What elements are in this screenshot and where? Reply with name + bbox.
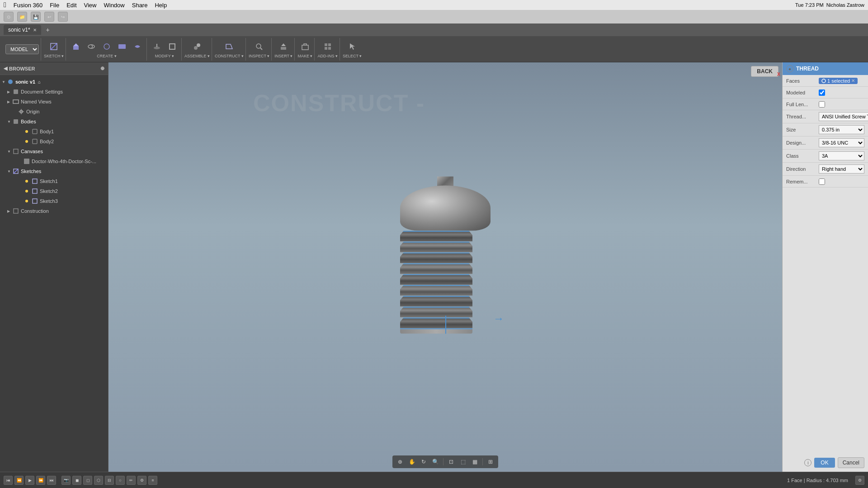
size-select[interactable]: 0.375 in bbox=[819, 125, 864, 134]
play-start-btn[interactable]: ⏮ bbox=[4, 476, 13, 485]
vp-pan-btn[interactable]: ✋ bbox=[407, 457, 417, 467]
ok-button[interactable]: OK bbox=[814, 458, 835, 468]
make-label[interactable]: MAKE ▾ bbox=[297, 54, 312, 58]
create-extrude-btn[interactable] bbox=[69, 40, 83, 53]
tree-item-canvas[interactable]: Doctor-Who-4th-Doctor-Sc-... bbox=[0, 156, 108, 166]
tools-btn[interactable]: ⊟ bbox=[105, 476, 114, 485]
vp-fit-btn[interactable]: ⊡ bbox=[446, 457, 456, 467]
camera-btn[interactable]: 📷 bbox=[61, 476, 71, 485]
menu-fusion360[interactable]: Fusion 360 bbox=[14, 2, 42, 9]
bodies-expand[interactable]: ▼ bbox=[7, 120, 12, 124]
menu-share[interactable]: Share bbox=[132, 2, 148, 9]
play-btn[interactable]: ▶ bbox=[25, 476, 34, 485]
sketch-label[interactable]: SKETCH ▾ bbox=[44, 54, 64, 58]
doc-settings-expand[interactable]: ▶ bbox=[7, 90, 12, 94]
tab-add-btn[interactable]: + bbox=[43, 25, 53, 35]
vp-display-btn[interactable]: ▦ bbox=[470, 457, 480, 467]
browser-search-icon[interactable]: ⊕ bbox=[100, 66, 104, 71]
create-label[interactable]: CREATE ▾ bbox=[97, 54, 116, 58]
construction-expand[interactable]: ▶ bbox=[7, 209, 12, 213]
faces-clear-icon[interactable]: ✕ bbox=[851, 78, 855, 83]
tree-item-origin[interactable]: Origin bbox=[0, 107, 108, 117]
modify-press-btn[interactable] bbox=[150, 40, 164, 53]
canvases-expand[interactable]: ▼ bbox=[7, 150, 12, 154]
assemble-btn[interactable] bbox=[190, 40, 204, 53]
modify-shell-btn[interactable] bbox=[165, 40, 179, 53]
viewport[interactable]: CONSTRUCT - BACK X bbox=[108, 62, 782, 472]
remember-checkbox[interactable] bbox=[819, 178, 825, 185]
menu-file[interactable]: File bbox=[50, 2, 59, 9]
assemble-label[interactable]: ASSEMBLE ▾ bbox=[184, 54, 210, 58]
class-select[interactable]: 3A bbox=[819, 151, 864, 160]
tab-close-icon[interactable]: ✕ bbox=[33, 28, 37, 33]
thread-info-icon[interactable]: i bbox=[804, 459, 811, 466]
tree-item-sketch1[interactable]: Sketch1 bbox=[0, 176, 108, 186]
select-btn[interactable] bbox=[345, 40, 359, 53]
menu-edit[interactable]: Edit bbox=[66, 2, 76, 9]
create-pipe-btn[interactable] bbox=[130, 40, 145, 53]
tree-item-bodies[interactable]: ▼ Bodies bbox=[0, 117, 108, 127]
tree-item-body1[interactable]: Body1 bbox=[0, 127, 108, 136]
tree-item-doc-settings[interactable]: ▶ Document Settings bbox=[0, 87, 108, 97]
select-label[interactable]: SELECT ▾ bbox=[343, 54, 362, 58]
modeled-checkbox[interactable] bbox=[819, 89, 825, 96]
settings-btn[interactable]: ⚙ bbox=[137, 476, 146, 485]
toolbar-undo-btn[interactable]: ↩ bbox=[44, 12, 54, 22]
construct-plane-btn[interactable] bbox=[222, 40, 236, 53]
addins-btn[interactable] bbox=[321, 40, 335, 53]
addins-label[interactable]: ADD-INS ▾ bbox=[317, 54, 338, 58]
inspect-label[interactable]: INSPECT ▾ bbox=[249, 54, 269, 58]
sketches-expand[interactable]: ▼ bbox=[7, 169, 12, 174]
more-btn[interactable]: ≡ bbox=[148, 476, 157, 485]
construct-label[interactable]: CONSTRUCT ▾ bbox=[215, 54, 244, 58]
toolbar-redo-btn[interactable]: ↪ bbox=[58, 12, 68, 22]
vp-cursor-btn[interactable]: ⊕ bbox=[395, 457, 405, 467]
render-btn[interactable]: ◼ bbox=[72, 476, 81, 485]
vp-grid-btn[interactable]: ⊞ bbox=[486, 457, 495, 467]
insert-label[interactable]: INSERT ▾ bbox=[274, 54, 292, 58]
thread-type-select[interactable]: ANSI Unified Screw Threads bbox=[819, 112, 868, 121]
tree-item-sketch2[interactable]: Sketch2 bbox=[0, 186, 108, 196]
insert-btn[interactable] bbox=[276, 40, 291, 53]
tree-item-body2[interactable]: Body2 bbox=[0, 136, 108, 146]
eraser-btn[interactable]: ✏ bbox=[127, 476, 136, 485]
tree-root[interactable]: ▼ sonic v1 ⌂ bbox=[0, 77, 108, 87]
vp-orbit-btn[interactable]: ↻ bbox=[419, 457, 429, 467]
script-btn[interactable]: ○ bbox=[116, 476, 125, 485]
scene-btn[interactable]: ◻ bbox=[83, 476, 92, 485]
menu-view[interactable]: View bbox=[84, 2, 97, 9]
inspect-btn[interactable] bbox=[252, 40, 266, 53]
sketch-btn[interactable] bbox=[47, 40, 61, 53]
vp-zoom-btn[interactable]: 🔍 bbox=[430, 457, 440, 467]
direction-select[interactable]: Right hand bbox=[819, 164, 864, 174]
vp-wireframe-btn[interactable]: ⬚ bbox=[458, 457, 468, 467]
cancel-button[interactable]: Cancel bbox=[838, 457, 864, 468]
tree-item-named-views[interactable]: ▶ Named Views bbox=[0, 97, 108, 107]
create-more-btn[interactable] bbox=[115, 40, 129, 53]
thread-header-info-icon[interactable]: ● bbox=[786, 65, 793, 72]
apple-logo[interactable]:  bbox=[4, 1, 6, 9]
toolbar-grid-btn[interactable]: ⊙ bbox=[4, 12, 14, 22]
toolbar-open-btn[interactable]: 📁 bbox=[17, 12, 27, 22]
toolbar-save-btn[interactable]: 💾 bbox=[31, 12, 41, 22]
root-expand-icon[interactable]: ▼ bbox=[2, 80, 6, 84]
play-prev-btn[interactable]: ⏪ bbox=[14, 476, 24, 485]
menu-help[interactable]: Help bbox=[155, 2, 167, 9]
play-next-btn[interactable]: ⏩ bbox=[36, 476, 45, 485]
named-views-expand[interactable]: ▶ bbox=[7, 100, 12, 104]
tree-item-sketches[interactable]: ▼ Sketches bbox=[0, 166, 108, 176]
tree-item-construction[interactable]: ▶ Construction bbox=[0, 206, 108, 216]
timeline-btn[interactable]: ⬡ bbox=[94, 476, 103, 485]
full-length-checkbox[interactable] bbox=[819, 101, 825, 108]
model-dropdown[interactable]: MODEL bbox=[5, 44, 39, 54]
modify-label[interactable]: MODIFY ▾ bbox=[155, 54, 174, 58]
browser-collapse-icon[interactable]: ◀ bbox=[4, 66, 7, 71]
tree-item-sketch3[interactable]: Sketch3 bbox=[0, 196, 108, 206]
create-revolve-btn[interactable] bbox=[84, 40, 99, 53]
tree-item-canvases[interactable]: ▼ Canvases bbox=[0, 146, 108, 156]
status-settings-icon[interactable]: ⚙ bbox=[855, 476, 864, 485]
designator-select[interactable]: 3/8-16 UNC bbox=[819, 138, 864, 147]
tab-sonic[interactable]: sonic v1* ✕ bbox=[4, 25, 41, 35]
back-button[interactable]: BACK bbox=[751, 66, 778, 77]
make-btn[interactable] bbox=[298, 40, 312, 53]
